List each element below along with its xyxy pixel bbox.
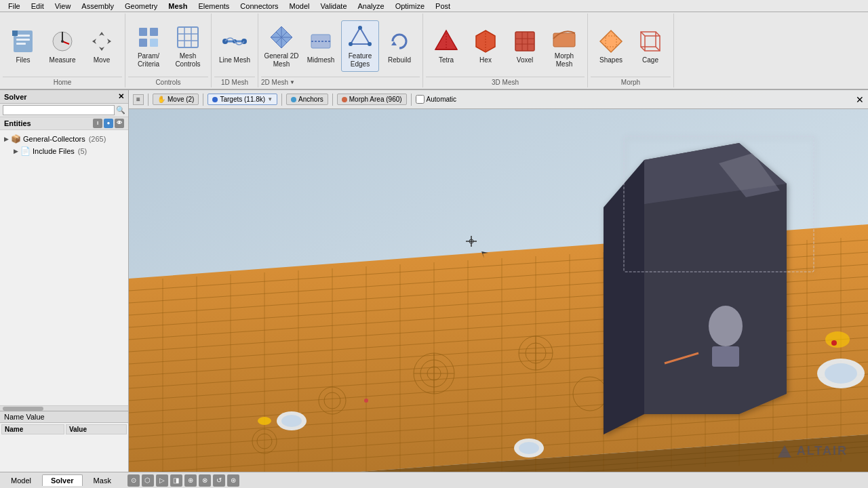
- bottom-icon-5[interactable]: ⊕: [184, 474, 197, 487]
- entity-icon-color[interactable]: ●: [104, 119, 113, 128]
- morph-area-btn[interactable]: Morph Area (960): [337, 94, 407, 105]
- menu-connectors[interactable]: Connectors: [235, 1, 283, 12]
- svg-marker-10: [92, 39, 111, 44]
- svg-point-99: [281, 415, 302, 427]
- entity-icon-eye[interactable]: 👁: [115, 119, 124, 128]
- svg-point-32: [358, 26, 362, 30]
- shapes-label: Shapes: [599, 56, 623, 64]
- bottom-icon-7[interactable]: ↺: [213, 474, 225, 487]
- menu-validate[interactable]: Validate: [315, 1, 353, 12]
- targets-btn[interactable]: Targets (11.8k) ▼: [208, 94, 277, 105]
- move-morph-btn[interactable]: ✋ Move (2): [153, 94, 199, 105]
- hex-button[interactable]: Hex: [467, 22, 505, 70]
- tetra-label: Tetra: [439, 56, 454, 64]
- measure-icon: [49, 28, 76, 55]
- solver-title: Solver: [4, 93, 27, 101]
- collectors-label: General-Collectors: [23, 135, 85, 143]
- svg-line-53: [641, 47, 645, 51]
- bottom-icon-2[interactable]: ⬡: [142, 474, 154, 487]
- svg-marker-35: [391, 41, 397, 45]
- include-files-count: (5): [78, 147, 87, 155]
- general-2d-mesh-button[interactable]: General 2DMesh: [262, 21, 300, 71]
- morph-group-label: Morph: [591, 77, 671, 86]
- menu-optimize[interactable]: Optimize: [390, 1, 430, 12]
- svg-line-54: [656, 47, 660, 51]
- midmesh-button[interactable]: Midmesh: [302, 22, 340, 70]
- tree-item-include-files[interactable]: ▶ 📄 Include Files (5): [3, 145, 125, 157]
- rebuild-button[interactable]: Rebuild: [380, 22, 418, 70]
- menu-geometry[interactable]: Geometry: [119, 1, 163, 12]
- feature-edges-button[interactable]: FeatureEdges: [341, 20, 379, 72]
- toolbar-group-1d-mesh: Line Mesh 1D Mesh: [212, 14, 258, 87]
- mesh-viewport-svg: [129, 109, 868, 472]
- toolbar-group-home: Files Measure: [0, 14, 125, 87]
- mesh-controls-button[interactable]: MeshControls: [169, 21, 207, 71]
- morph-area-label: Morph Area (960): [349, 96, 402, 103]
- menu-assembly[interactable]: Assembly: [76, 1, 119, 12]
- horizontal-scrollbar[interactable]: [0, 405, 128, 411]
- menu-post[interactable]: Post: [430, 1, 456, 12]
- toolbar: Files Measure: [0, 12, 868, 90]
- bottom-icon-6[interactable]: ⊗: [199, 474, 211, 487]
- menu-file[interactable]: File: [3, 1, 26, 12]
- menu-view[interactable]: View: [50, 1, 77, 12]
- bottom-icon-8[interactable]: ⊛: [227, 474, 239, 487]
- entity-icon-id[interactable]: I: [93, 119, 102, 128]
- morph-mesh-button[interactable]: Morph Mesh: [545, 21, 583, 71]
- move-morph-label: Move (2): [167, 96, 194, 103]
- menu-elements[interactable]: Elements: [193, 1, 235, 12]
- hex-label: Hex: [479, 56, 492, 64]
- entity-tree: ▶ 📦 General-Collectors (265) ▶ 📄 Include…: [0, 130, 128, 405]
- tab-mask[interactable]: Mask: [85, 475, 119, 486]
- svg-point-126: [364, 399, 368, 403]
- move-morph-icon: ✋: [157, 96, 165, 103]
- bottom-icon-4[interactable]: ◨: [170, 474, 182, 487]
- morph-collapse-btn[interactable]: ≡: [133, 94, 144, 105]
- 1d-mesh-group-label: 1D Mesh: [214, 77, 255, 86]
- include-files-label: Include Files: [33, 147, 75, 155]
- name-value-panel: Name Value Name Value: [0, 411, 128, 472]
- bottom-icon-1[interactable]: ⊙: [127, 474, 140, 487]
- svg-rect-15: [178, 27, 198, 47]
- cage-button[interactable]: Cage: [631, 22, 669, 70]
- search-icon[interactable]: 🔍: [116, 106, 125, 115]
- files-button[interactable]: Files: [4, 22, 42, 70]
- shapes-button[interactable]: Shapes: [592, 22, 630, 70]
- controls-group-label: Controls: [128, 77, 208, 86]
- files-icon: [9, 28, 37, 55]
- tetra-button[interactable]: Tetra: [427, 22, 465, 70]
- svg-point-131: [709, 306, 743, 346]
- shapes-icon: [597, 28, 625, 55]
- anchors-btn[interactable]: Anchors: [286, 94, 328, 105]
- menu-mesh[interactable]: Mesh: [163, 1, 193, 12]
- tab-solver[interactable]: Solver: [42, 474, 83, 486]
- svg-point-123: [825, 331, 850, 348]
- name-value-header: Name Value: [0, 411, 128, 423]
- param-criteria-button[interactable]: Param/Criteria: [130, 21, 167, 71]
- menu-model[interactable]: Model: [284, 1, 315, 12]
- svg-point-101: [519, 442, 539, 454]
- general-2d-mesh-icon: [268, 24, 295, 51]
- voxel-button[interactable]: Voxel: [506, 22, 544, 70]
- automatic-checkbox[interactable]: [416, 95, 425, 104]
- move-button[interactable]: Move: [83, 22, 121, 70]
- measure-button[interactable]: Measure: [43, 22, 81, 70]
- tab-model[interactable]: Model: [3, 475, 39, 486]
- bottom-icon-3[interactable]: ▷: [156, 474, 168, 487]
- bottom-bar: Model Solver Mask ⊙ ⬡ ▷ ◨ ⊕ ⊗ ↺ ⊛: [0, 472, 868, 488]
- menu-analyze[interactable]: Analyze: [353, 1, 390, 12]
- morph-toolbar-close[interactable]: ✕: [856, 94, 864, 105]
- 3d-mesh-group-label: 3D Mesh: [426, 77, 585, 86]
- anchors-dot: [291, 97, 296, 102]
- solver-close-icon[interactable]: ✕: [118, 92, 124, 101]
- bottom-icon-group: ⊙ ⬡ ▷ ◨ ⊕ ⊗ ↺ ⊛: [127, 474, 239, 487]
- separator-3: [281, 94, 282, 106]
- tree-item-general-collectors[interactable]: ▶ 📦 General-Collectors (265): [3, 133, 125, 145]
- svg-point-8: [61, 40, 64, 43]
- svg-rect-2: [16, 39, 30, 41]
- separator-1: [148, 94, 149, 106]
- menu-edit[interactable]: Edit: [26, 1, 50, 12]
- search-input[interactable]: [3, 105, 115, 115]
- line-mesh-button[interactable]: Line Mesh: [216, 22, 254, 70]
- viewport[interactable]: ≡ ✋ Move (2) Targets (11.8k) ▼ Anchors M…: [129, 90, 868, 472]
